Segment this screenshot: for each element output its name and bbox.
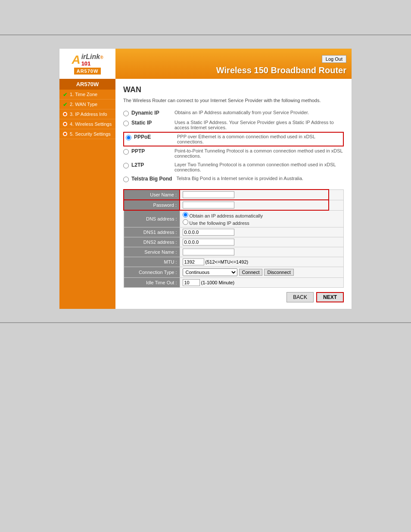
mtu-value-cell: (512<=MTU<=1492)	[180, 257, 344, 267]
wan-option-name-telstra: Telstra Big Pond	[131, 176, 172, 182]
back-button[interactable]: BACK	[286, 292, 314, 302]
wan-option-pptp: PPTP Point-to-Point Tunneling Protocol i…	[123, 146, 344, 160]
connection-type-controls: Continuous Connect on Demand Manual Conn…	[183, 268, 341, 276]
connect-button[interactable]: Connect	[239, 269, 263, 276]
dns-address-row: DNS address : Obtain an IP address autom…	[124, 210, 344, 227]
wan-option-name-pptp: PPTP	[131, 148, 170, 154]
dns2-row: DNS2 address :	[124, 237, 344, 247]
bottom-divider	[0, 322, 411, 323]
top-divider	[0, 34, 411, 35]
dns2-input[interactable]	[183, 239, 234, 246]
logo-101: 101	[81, 61, 103, 67]
wan-option-name-dynamic: Dynamic IP	[131, 110, 170, 116]
sidebar-model: AR570W	[59, 79, 115, 90]
logo-a-letter: A	[72, 53, 80, 67]
service-name-row: Service Name :	[124, 247, 344, 257]
logo: A irLink® 101	[72, 53, 103, 67]
sidebar-item-wireless[interactable]: 4. Wireless Settings	[59, 119, 115, 129]
sidebar-item-time-zone[interactable]: ✔ 1. Time Zone	[59, 90, 115, 100]
dns2-value-cell	[180, 237, 344, 247]
radio-pptp[interactable]	[123, 149, 129, 155]
dns-manual-label: Use the following IP address	[183, 219, 341, 226]
dns2-label: DNS2 address :	[124, 237, 180, 247]
dns-address-value: Obtain an IP address automatically Use t…	[180, 210, 344, 227]
connection-type-value-cell: Continuous Connect on Demand Manual Conn…	[180, 267, 344, 278]
password-input[interactable]	[183, 202, 234, 208]
disconnect-button[interactable]: Disconnect	[264, 269, 293, 276]
header-title-area: Log Out Wireless 150 Broadband Router	[115, 49, 352, 79]
service-name-label: Service Name :	[124, 247, 180, 257]
wan-option-name-pppoe: PPPoE	[134, 134, 173, 140]
radio-telstra[interactable]	[123, 177, 129, 182]
wan-option-desc-pptp: Point-to-Point Tunneling Protocol is a c…	[174, 148, 344, 159]
service-name-value-cell	[180, 247, 344, 257]
radio-dynamic-ip[interactable]	[123, 111, 129, 116]
wan-options: Dynamic IP Obtains an IP Address automat…	[123, 108, 344, 184]
username-label: User Name :	[124, 190, 180, 200]
logo-text: irLink® 101	[81, 53, 103, 67]
password-row: Password :	[124, 200, 344, 210]
logo-tagline: AR570W	[74, 68, 101, 75]
dns1-input[interactable]	[183, 229, 234, 236]
radio-dns-auto[interactable]	[183, 212, 188, 218]
dns-radio-group: Obtain an IP address automatically Use t…	[183, 212, 341, 226]
username-input[interactable]	[183, 191, 234, 198]
page-heading: WAN	[123, 85, 344, 94]
sidebar: AR570W ✔ 1. Time Zone ✔ 2. WAN Type	[59, 79, 115, 309]
connection-type-label: Connection Type :	[124, 267, 180, 278]
wan-option-desc-telstra: Telstra Big Pond is a Internet service i…	[176, 176, 344, 181]
password-value-cell	[180, 200, 329, 210]
sidebar-item-security[interactable]: 5. Security Settings	[59, 129, 115, 139]
username-row: User Name :	[124, 190, 344, 200]
mtu-row: MTU : (512<=MTU<=1492)	[124, 257, 344, 267]
dot-icon-4	[62, 121, 68, 127]
header-title: Wireless 150 Broadband Router	[216, 65, 346, 75]
dns1-label: DNS1 address :	[124, 227, 180, 237]
connection-type-row: Connection Type : Continuous Connect on …	[124, 267, 344, 278]
idle-timeout-hint: (1-1000 Minute)	[201, 280, 235, 285]
wan-option-desc-l2tp: Layer Two Tunneling Protocol is a common…	[174, 162, 344, 172]
check-icon-1: ✔	[62, 91, 68, 97]
mtu-input[interactable]	[183, 258, 204, 265]
mtu-label: MTU :	[124, 257, 180, 267]
logo-irlink: irLink®	[81, 53, 103, 61]
main-content: WAN The Wireless Router can connect to y…	[115, 79, 352, 309]
page-wrapper: A irLink® 101 AR570W Log Out Wireless 15…	[0, 9, 411, 349]
radio-pppoe[interactable]	[126, 135, 131, 140]
settings-table: User Name : Password :	[123, 189, 344, 288]
wan-option-dynamic-ip: Dynamic IP Obtains an IP Address automat…	[123, 108, 344, 118]
wan-option-pppoe: PPPoE PPP over Ethernet is a common conn…	[123, 132, 344, 146]
wan-option-desc-static: Uses a Static IP Address. Your Service P…	[174, 120, 344, 130]
router-container: A irLink® 101 AR570W Log Out Wireless 15…	[59, 48, 352, 309]
sidebar-item-wan-type[interactable]: ✔ 2. WAN Type	[59, 100, 115, 109]
idle-timeout-row: Idle Time Out : (1-1000 Minute)	[124, 278, 344, 288]
dot-icon-5	[62, 131, 68, 137]
sidebar-item-ip-address[interactable]: 3. IP Address Info	[59, 109, 115, 119]
page-description: The Wireless Router can connect to your …	[123, 98, 344, 103]
dns1-row: DNS1 address :	[124, 227, 344, 237]
wan-option-desc-pppoe: PPP over Ethernet is a common connection…	[177, 134, 341, 144]
radio-l2tp[interactable]	[123, 163, 129, 168]
username-value-cell	[180, 190, 329, 200]
dns-address-label: DNS address :	[124, 210, 180, 227]
idle-timeout-input[interactable]	[183, 279, 200, 286]
wan-option-name-l2tp: L2TP	[131, 162, 170, 168]
service-name-input[interactable]	[183, 249, 234, 255]
radio-static-ip[interactable]	[123, 121, 129, 126]
logo-dot: ®	[100, 55, 103, 60]
wan-option-telstra: Telstra Big Pond Telstra Big Pond is a I…	[123, 174, 344, 184]
header: A irLink® 101 AR570W Log Out Wireless 15…	[59, 49, 352, 79]
next-button[interactable]: NEXT	[316, 292, 344, 302]
body-layout: AR570W ✔ 1. Time Zone ✔ 2. WAN Type	[59, 79, 352, 309]
wan-option-name-static: Static IP	[131, 120, 170, 126]
password-label: Password :	[124, 200, 180, 210]
wan-option-desc-dynamic: Obtains an IP Address automatically from…	[174, 110, 344, 115]
dot-icon-3	[62, 111, 68, 117]
logout-button[interactable]: Log Out	[322, 55, 346, 63]
idle-timeout-value-cell: (1-1000 Minute)	[180, 278, 344, 288]
connection-type-select[interactable]: Continuous Connect on Demand Manual	[183, 268, 237, 276]
radio-dns-manual[interactable]	[183, 219, 188, 225]
wan-option-static-ip: Static IP Uses a Static IP Address. Your…	[123, 118, 344, 132]
logo-area: A irLink® 101 AR570W	[59, 49, 115, 79]
dns1-value-cell	[180, 227, 344, 237]
